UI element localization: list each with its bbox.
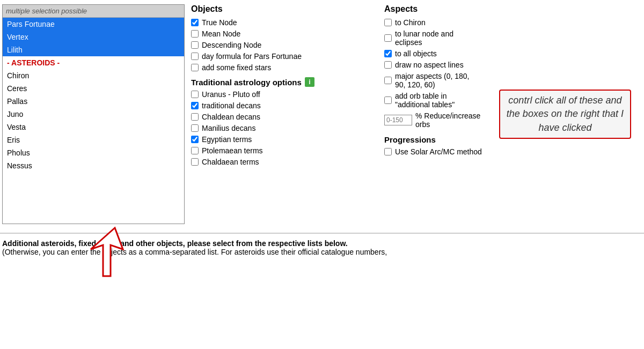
object-label: day formula for Pars Fortunae [202,52,302,61]
traditional-label: traditional decans [202,101,261,110]
object-label: Descending Node [202,41,261,49]
progressions-checkbox-row: Use Solar Arc/MC method [384,147,482,156]
traditional-checkbox-row: Egyptian terms [191,135,371,144]
aspect-checkbox-row: draw no aspect lines [384,61,482,69]
object-checkbox[interactable] [191,30,199,38]
traditional-label: Ptolemaean terms [202,146,263,155]
aspects-title: Aspects [384,4,482,14]
aspect-label: add orb table in "additional tables" [395,92,482,109]
traditional-checkbox-row: Uranus - Pluto off [191,90,371,99]
orb-label: % Reduce/increase orbs [415,112,482,129]
orb-input[interactable] [384,115,412,125]
annotation-area: contrl click all of these and the boxes … [488,4,642,224]
traditional-checkbox[interactable] [191,147,199,154]
list-item[interactable]: - ASTEROIDS - [3,56,184,69]
object-checkbox-row: Descending Node [191,41,371,49]
traditional-label: Egyptian terms [202,135,252,144]
aspect-label: to Chiron [395,18,426,27]
aspect-checkbox-row: to all objects [384,49,482,58]
annotation-line3: have clicked [538,122,591,133]
object-label: Mean Node [202,29,240,38]
aspects-section: Aspects to Chironto lunar node and eclip… [378,4,488,224]
list-item[interactable]: Nessus [3,159,184,172]
object-checkbox[interactable] [191,64,199,71]
main-container: multiple selection possible Pars Fortuna… [0,0,644,256]
annotation-line2: the boxes on the right that I [507,108,624,119]
list-item[interactable]: Lilith [3,43,184,56]
aspect-label: major aspects (0, 180, 90, 120, 60) [395,72,482,89]
list-container: multiple selection possible Pars Fortuna… [2,4,185,224]
aspect-checkbox-row: add orb table in "additional tables" [384,92,482,109]
aspect-checkbox[interactable] [384,50,392,57]
traditional-checkbox[interactable] [191,158,199,166]
traditional-label: Manilius decans [202,124,255,132]
aspect-checkbox-row: major aspects (0, 180, 90, 120, 60) [384,72,482,89]
cursor-arrow [72,222,142,283]
annotation-box: contrl click all of these and the boxes … [499,90,631,139]
objects-section: Objects True NodeMean NodeDescending Nod… [185,4,378,224]
list-placeholder: multiple selection possible [3,5,184,18]
aspect-checkbox-row: to Chiron [384,18,482,27]
aspect-checkbox[interactable] [384,34,392,42]
annotation-line1: contrl click all of these and [508,95,621,106]
object-checkbox[interactable] [191,19,199,26]
traditional-checkbox[interactable] [191,124,199,132]
object-checkbox[interactable] [191,41,199,49]
progressions-label: Use Solar Arc/MC method [395,147,482,156]
object-checkbox-row: day formula for Pars Fortunae [191,52,371,61]
list-item[interactable]: Pholus [3,146,184,159]
aspect-label: to all objects [395,49,437,58]
list-item[interactable]: Chiron [3,69,184,82]
aspect-label: draw no aspect lines [395,61,464,69]
objects-title: Objects [191,4,371,14]
traditional-title: Traditional astrology options i [191,77,371,87]
object-checkbox-row: True Node [191,18,371,27]
object-checkbox-row: add some fixed stars [191,63,371,72]
orb-row: % Reduce/increase orbs [384,112,482,129]
aspect-checkbox[interactable] [384,77,392,84]
object-label: add some fixed stars [202,63,271,72]
top-section: multiple selection possible Pars Fortuna… [0,0,644,233]
list-item[interactable]: Juno [3,108,184,121]
traditional-checkbox-row: Chaldean decans [191,113,371,121]
list-item[interactable]: Ceres [3,82,184,95]
list-item[interactable]: Vesta [3,121,184,133]
aspect-checkbox[interactable] [384,96,392,104]
svg-marker-0 [91,228,123,276]
traditional-checkbox-row: Manilius decans [191,124,371,132]
list-item[interactable]: Eris [3,133,184,146]
traditional-checkbox-row: Chaldaean terms [191,158,371,166]
object-checkbox[interactable] [191,53,199,60]
traditional-checkbox-row: traditional decans [191,101,371,110]
aspect-checkbox-row: to lunar node and eclipses [384,29,482,47]
list-item[interactable]: Vertex [3,31,184,43]
traditional-checkbox[interactable] [191,102,199,109]
object-checkbox-row: Mean Node [191,29,371,38]
progressions-checkbox[interactable] [384,148,392,155]
list-item[interactable]: Pars Fortunae [3,18,184,31]
traditional-checkbox[interactable] [191,91,199,98]
list-item[interactable]: Pallas [3,95,184,108]
object-label: True Node [202,18,237,27]
traditional-checkbox[interactable] [191,136,199,143]
traditional-label: Chaldaean terms [202,158,259,166]
aspect-checkbox[interactable] [384,61,392,69]
aspect-checkbox[interactable] [384,19,392,26]
info-badge[interactable]: i [305,77,314,87]
traditional-checkbox[interactable] [191,113,199,121]
aspect-label: to lunar node and eclipses [395,29,482,47]
traditional-label: Chaldean decans [202,113,260,121]
progressions-title: Progressions [384,135,482,144]
right-panel: Aspects to Chironto lunar node and eclip… [378,4,642,224]
traditional-checkbox-row: Ptolemaean terms [191,146,371,155]
traditional-label: Uranus - Pluto off [202,90,260,99]
list-box[interactable]: multiple selection possible Pars Fortuna… [2,4,185,224]
